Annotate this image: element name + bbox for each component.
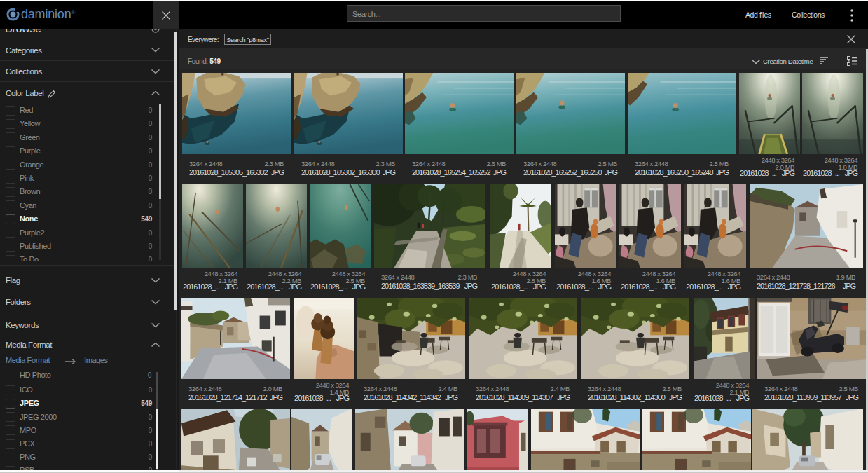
svg-text:Browse: Browse	[5, 29, 41, 34]
